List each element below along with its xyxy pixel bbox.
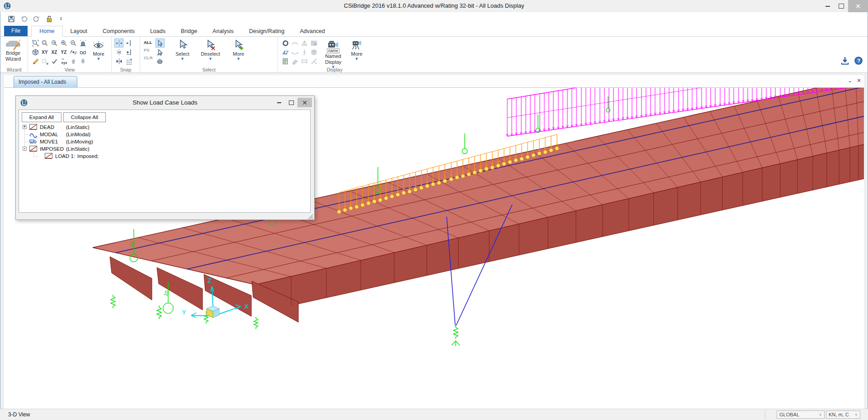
download-icon[interactable] [840, 56, 849, 65]
texture-icon[interactable] [309, 38, 318, 48]
snap-point-icon[interactable] [114, 38, 123, 48]
support-spring [111, 295, 115, 308]
YZ[interactable]: YZ [59, 48, 68, 57]
minimize-button[interactable] [821, 0, 835, 12]
ribbon-tab-loads[interactable]: Loads [142, 26, 173, 36]
pier-base [452, 341, 460, 346]
ribbon-tab-design-rating[interactable]: Design/Rating [241, 26, 292, 36]
display-more-button[interactable]: More ▼ [348, 38, 366, 61]
joint-icon[interactable] [281, 38, 290, 48]
point-load-icon[interactable] [300, 48, 309, 57]
area-plane-icon[interactable] [281, 48, 290, 57]
snap-end-icon[interactable] [124, 38, 133, 48]
zoom-out-icon[interactable] [69, 38, 78, 48]
select-poly-icon[interactable] [156, 57, 165, 66]
named-display-button[interactable]: name Named Display ▼ [321, 38, 346, 69]
support-node [606, 108, 610, 112]
chevron-down-icon: ▼ [180, 57, 184, 61]
select-previous-icon[interactable] [156, 48, 165, 57]
tendon-icon[interactable] [290, 48, 299, 57]
bridge-wizard-button[interactable]: Bridge Wizard [3, 38, 23, 62]
select-mode-clr[interactable]: CLR [143, 54, 154, 62]
dialog-title-bar[interactable]: Show Load Case Loads ✕ [16, 96, 314, 110]
moving-case-icon [29, 138, 37, 144]
axes-icon[interactable]: xyz [59, 57, 68, 66]
draw-icon[interactable] [31, 57, 40, 66]
snap-group-label: Snap [112, 67, 140, 72]
save-icon[interactable] [7, 14, 15, 23]
select-group-label: Select [140, 67, 278, 72]
eraser-icon[interactable] [290, 57, 299, 66]
tree-item-imposed[interactable]: -IMPOSED(LinStatic) [21, 145, 308, 153]
snap-intersect-icon[interactable] [114, 57, 123, 66]
move-down-icon[interactable] [78, 57, 87, 66]
ribbon-tab-bridge[interactable]: Bridge [173, 26, 205, 36]
set-limits-icon[interactable] [40, 57, 49, 66]
tree-item-move1[interactable]: MOVE1(LinMoving) [21, 138, 308, 145]
snap-mid-icon[interactable] [114, 48, 123, 57]
dialog-maximize-button[interactable] [285, 98, 297, 107]
undo-icon[interactable] [19, 14, 28, 23]
collapse-all-button[interactable]: Collapse All [63, 112, 106, 122]
zoom-extents-icon[interactable] [31, 38, 40, 48]
snap-group: Snap [111, 37, 140, 72]
load-case-type: Imposed; [77, 153, 99, 159]
section-icon[interactable] [300, 57, 309, 66]
pan-icon[interactable] [78, 38, 87, 48]
frame-release-icon[interactable] [290, 38, 299, 48]
dialog-minimize-button[interactable] [273, 98, 285, 107]
show-load-case-loads-dialog[interactable]: Show Load Case Loads ✕ Expand All Collap… [15, 95, 315, 220]
axis-origin-cube [207, 306, 219, 318]
truss-icon[interactable] [300, 38, 309, 48]
more-button[interactable]: More▼ [226, 38, 251, 61]
view-3d-icon[interactable]: 3d [31, 48, 40, 57]
XY[interactable]: XY [40, 48, 49, 57]
solid-icon[interactable] [309, 48, 318, 57]
help-icon[interactable]: ? [854, 56, 863, 65]
snap-grid-icon[interactable] [124, 57, 133, 66]
ribbon-tab-file[interactable]: File [4, 26, 28, 36]
maximize-button[interactable] [835, 0, 848, 12]
redo-icon[interactable] [32, 14, 41, 23]
links-icon[interactable] [309, 57, 318, 66]
dialog-close-button[interactable]: ✕ [297, 98, 312, 107]
chevron-down-icon: ▼ [355, 57, 359, 61]
move-up-icon[interactable] [69, 57, 78, 66]
rotate-view-icon[interactable] [69, 48, 78, 57]
tree-item-dead[interactable]: +DEAD(LinStatic) [21, 124, 308, 131]
zoom-window-icon[interactable] [40, 38, 49, 48]
units-dropdown[interactable]: KN, m, C∨ [826, 410, 860, 419]
snap-perp-icon[interactable] [124, 48, 133, 57]
view-more-button[interactable]: More ▼ [90, 38, 108, 61]
report-icon[interactable] [281, 57, 290, 66]
XZ[interactable]: XZ [50, 48, 59, 57]
ribbon-tab-home[interactable]: Home [31, 26, 62, 37]
deselect-button[interactable]: Deselect▼ [198, 38, 223, 61]
perspective-icon[interactable] [78, 48, 87, 57]
coordinate-system-dropdown[interactable]: GLOBAL∨ [777, 410, 825, 419]
ribbon-tab-advanced[interactable]: Advanced [292, 26, 333, 36]
resize-grip[interactable] [308, 213, 313, 219]
select-mode-ps[interactable]: PS [143, 46, 154, 54]
tab-list-chevron-icon[interactable]: ⌄ [848, 78, 852, 83]
expand-all-button[interactable]: Expand All [22, 112, 61, 122]
viewport-tab[interactable]: Imposed - All Loads [14, 76, 77, 87]
select-button[interactable]: Select▼ [170, 38, 195, 61]
tree-item-modal[interactable]: MODAL(LinModal) [21, 131, 308, 138]
select-mode-all[interactable]: ALL [143, 38, 154, 46]
zoom-previous-icon[interactable] [50, 38, 59, 48]
ribbon-tab-components[interactable]: Components [95, 26, 142, 36]
axis-z-label: Z [208, 277, 212, 284]
expand-icon[interactable]: + [23, 125, 27, 129]
ok-icon[interactable] [50, 57, 59, 66]
zoom-in-icon[interactable] [59, 38, 68, 48]
tree-item-load-1[interactable]: LOAD 1:Imposed; [21, 153, 308, 160]
lock-icon[interactable] [45, 14, 53, 23]
select-arrow-icon[interactable] [156, 38, 165, 48]
close-button[interactable]: ✕ [848, 0, 868, 12]
tab-close-icon[interactable]: ✕ [857, 78, 861, 83]
qat-customize-icon[interactable]: ▾ [60, 17, 62, 21]
ribbon-tab-layout[interactable]: Layout [63, 26, 95, 36]
ribbon-tabs: FileHomeLayoutComponentsLoadsBridgeAnaly… [0, 25, 868, 37]
ribbon-tab-analysis[interactable]: Analysis [205, 26, 241, 36]
